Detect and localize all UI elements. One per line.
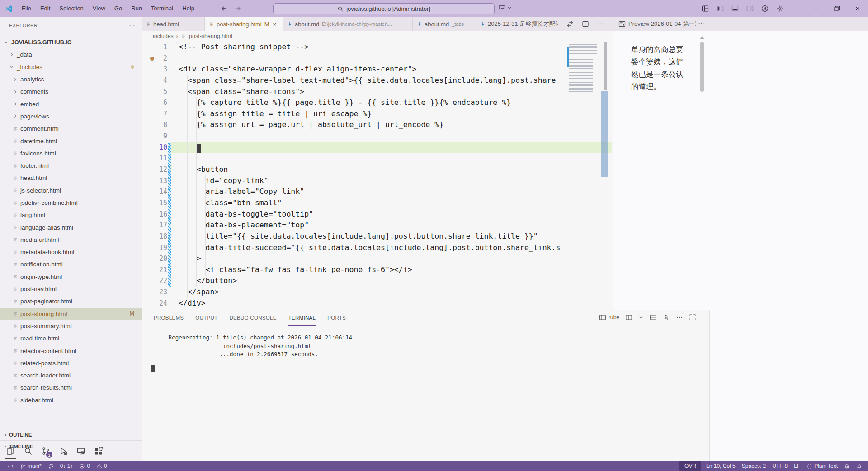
tree-item-related-posts-html[interactable]: related-posts.html xyxy=(0,357,142,369)
split-terminal-icon[interactable] xyxy=(625,314,632,321)
tree-item-head-html[interactable]: head.html xyxy=(0,172,142,184)
code-line-11[interactable]: 11 xyxy=(142,153,612,164)
tree-item-comment-html[interactable]: comment.html xyxy=(0,122,142,135)
chevron-down-icon[interactable] xyxy=(638,315,644,320)
activity-files-icon[interactable] xyxy=(4,443,17,460)
preview-scrollbar[interactable] xyxy=(700,42,704,92)
tree-item-jsdelivr-combine-html[interactable]: jsdelivr-combine.html xyxy=(0,197,142,209)
code-line-8[interactable]: 8 {% assign url = page.url | absolute_ur… xyxy=(142,119,612,131)
code-line-9[interactable]: 9 xyxy=(142,131,612,142)
back-arrow-icon[interactable] xyxy=(221,5,228,12)
activity-run-debug-icon[interactable] xyxy=(57,443,70,460)
maximize-panel-icon[interactable] xyxy=(689,314,696,321)
close-tab-icon[interactable]: × xyxy=(273,21,277,28)
code-line-17[interactable]: 17 data-bs-placement="top" xyxy=(142,220,612,231)
menu-edit[interactable]: Edit xyxy=(36,3,55,14)
status-item-sync-icon[interactable] xyxy=(45,461,57,471)
menu-help[interactable]: Help xyxy=(178,3,199,14)
code-line-21[interactable]: 21 <i class="fa-fw fas fa-link pe-none f… xyxy=(142,264,612,276)
code-line-22[interactable]: 22 </button> xyxy=(142,275,612,287)
panel-tab-debug-console[interactable]: DEBUG CONSOLE xyxy=(229,310,276,326)
tree-item-language-alias-html[interactable]: language-alias.html xyxy=(0,221,142,233)
code-line-20[interactable]: 20 > xyxy=(142,253,612,264)
status-item-ln-10-col-5[interactable]: Ln 10, Col 5 xyxy=(703,461,739,471)
tree-item-datetime-html[interactable]: datetime.html xyxy=(0,135,142,147)
code-line-1[interactable]: 1<!-- Post sharing snippet --> xyxy=(142,42,612,53)
code-line-3[interactable]: 3<div class="share-wrapper d-flex align-… xyxy=(142,64,612,75)
preview-scroll-up-arrow[interactable] xyxy=(700,36,704,39)
status-item-bell-slash-icon[interactable] xyxy=(841,461,853,471)
new-terminal-panel-icon[interactable] xyxy=(650,314,657,321)
menu-go[interactable]: Go xyxy=(110,3,127,14)
tree-item-embed[interactable]: embed xyxy=(0,98,142,110)
preview-content[interactable]: 单身的富商总要娶个婆姨，这俨然已是一条公认的道理。 xyxy=(631,43,684,93)
minimap[interactable] xyxy=(569,42,603,131)
code-line-18[interactable]: 18 title="{{ site.data.locales[include.l… xyxy=(142,231,612,242)
code-line-14[interactable]: 14 aria-label="Copy link" xyxy=(142,186,612,198)
more-actions-icon[interactable] xyxy=(597,20,604,28)
status-item-braces-icon[interactable]: Plain Text xyxy=(803,461,841,471)
terminal-instance[interactable]: ruby xyxy=(599,314,619,321)
copilot-button[interactable] xyxy=(499,4,512,11)
code-line-4[interactable]: 4 <span class="share-label text-muted">{… xyxy=(142,75,612,86)
menu-view[interactable]: View xyxy=(88,3,110,14)
status-item-remote-icon[interactable] xyxy=(5,461,17,471)
breadcrumb-folder[interactable]: _includes xyxy=(150,33,174,39)
customize-layout-icon[interactable] xyxy=(702,5,709,12)
tree-item-pageviews[interactable]: pageviews xyxy=(0,110,142,122)
tree-item-post-paginator-html[interactable]: post-paginator.html xyxy=(0,295,142,307)
menu-file[interactable]: File xyxy=(17,3,36,14)
code-line-24[interactable]: 24</div> xyxy=(142,298,612,309)
command-center-search[interactable]: jovialiss.github.io [Administrator] xyxy=(273,3,495,14)
code-line-6[interactable]: 6 {% capture title %}{{ page.title }} - … xyxy=(142,97,612,108)
tree-item-footer-html[interactable]: footer.html xyxy=(0,160,142,172)
status-item-bell-icon[interactable] xyxy=(853,461,865,471)
editor-tab-3[interactable]: about.md_tabs xyxy=(413,17,476,31)
menu-run[interactable]: Run xyxy=(127,3,146,14)
tree-item--includes[interactable]: _includes xyxy=(0,61,142,73)
tree-item-post-sharing-html[interactable]: post-sharing.htmlM xyxy=(0,308,142,320)
restore-button[interactable] xyxy=(826,0,847,17)
account-icon[interactable] xyxy=(761,5,769,12)
open-changes-icon[interactable] xyxy=(566,20,574,28)
code-line-23[interactable]: 23 </span> xyxy=(142,287,612,298)
tree-item--data[interactable]: _data xyxy=(0,48,142,61)
tree-item-analytics[interactable]: analytics xyxy=(0,73,142,85)
tree-item-refactor-content-html[interactable]: refactor-content.html xyxy=(0,344,142,357)
status-item-warning-icon[interactable]: 0 xyxy=(93,461,110,471)
activity-remote-explorer-icon[interactable] xyxy=(74,443,88,460)
status-item-ovr[interactable]: OVR xyxy=(679,461,701,471)
tree-item-lang-html[interactable]: lang.html xyxy=(0,209,142,221)
tree-item-metadata-hook-html[interactable]: metadata-hook.html xyxy=(0,246,142,258)
editor-scrollbar-overlay[interactable] xyxy=(601,91,608,177)
panel-tab-problems[interactable]: PROBLEMS xyxy=(154,310,184,326)
tree-item-favicons-html[interactable]: favicons.html xyxy=(0,147,142,160)
status-item-0-1-[interactable]: 0↓ 1↑ xyxy=(57,461,76,471)
panel-tab-terminal[interactable]: TERMINAL xyxy=(288,310,316,326)
split-editor-icon[interactable] xyxy=(582,20,589,28)
more-actions-icon[interactable] xyxy=(676,314,683,321)
tree-item-notification-html[interactable]: notification.html xyxy=(0,258,142,270)
activity-source-control-icon[interactable]: 1 xyxy=(39,443,52,460)
tree-item-js-selector-html[interactable]: js-selector.html xyxy=(0,184,142,197)
breadcrumb[interactable]: _includes › post-sharing.html xyxy=(142,31,613,42)
terminal-output[interactable]: Regenerating: 1 file(s) changed at 2026-… xyxy=(151,334,352,359)
editor-tab-1[interactable]: post-sharing.htmlM× xyxy=(205,17,283,31)
code-line-7[interactable]: 7 {% assign title = title | uri_escape %… xyxy=(142,108,612,120)
forward-arrow-icon[interactable] xyxy=(234,5,241,12)
editor-tab-0[interactable]: head.html xyxy=(142,17,205,31)
code-line-19[interactable]: 19 data-title-succeed="{{ site.data.loca… xyxy=(142,242,612,254)
panel-tab-ports[interactable]: PORTS xyxy=(327,310,346,326)
tree-item-post-summary-html[interactable]: post-summary.html xyxy=(0,320,142,332)
tree-item-post-nav-html[interactable]: post-nav.html xyxy=(0,283,142,295)
tree-item-jovialiss-github-io[interactable]: JOVIALISS.GITHUB.IO xyxy=(0,36,142,48)
breadcrumb-file[interactable]: post-sharing.html xyxy=(189,33,232,39)
close-window-button[interactable] xyxy=(847,0,868,17)
minimize-button[interactable] xyxy=(806,0,826,17)
code-line-5[interactable]: 5 <span class="share-icons"> xyxy=(142,86,612,98)
status-item-branch-icon[interactable]: main* xyxy=(17,461,45,471)
tree-item-search-results-html[interactable]: search-results.html xyxy=(0,382,142,394)
settings-gear-icon[interactable] xyxy=(776,5,783,12)
outline-section[interactable]: OUTLINE xyxy=(0,429,142,440)
code-line-12[interactable]: 12 <button xyxy=(142,164,612,175)
